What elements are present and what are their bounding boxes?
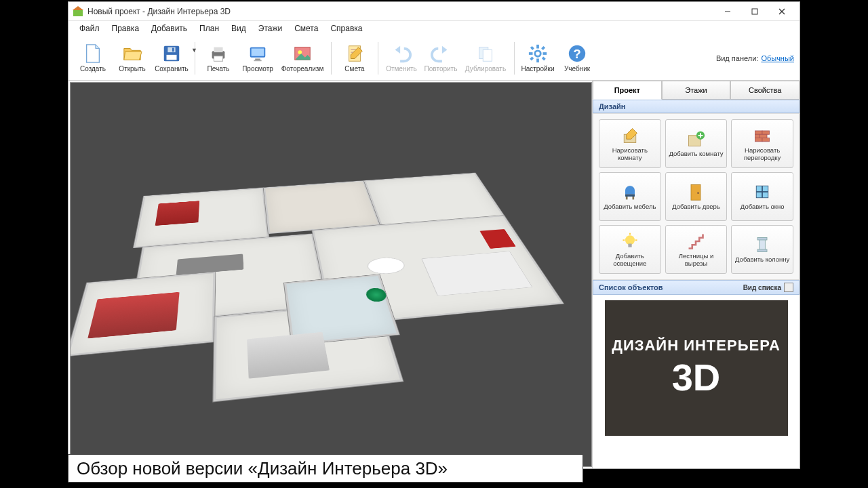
svg-rect-3 xyxy=(752,9,757,14)
redo-icon xyxy=(431,43,451,64)
svg-rect-48 xyxy=(632,197,634,199)
app-icon xyxy=(73,6,83,17)
panel-mode-label: Вид панели: xyxy=(716,54,758,62)
open-label: Открыть xyxy=(119,65,145,73)
svg-rect-61 xyxy=(757,249,767,252)
svg-rect-32 xyxy=(541,46,545,50)
svg-rect-26 xyxy=(536,45,539,49)
add-furniture-button[interactable]: Добавить мебель xyxy=(599,172,661,221)
stairs-label: Лестницы и вырезы xyxy=(667,253,726,268)
notepad-icon xyxy=(344,43,365,64)
svg-rect-27 xyxy=(536,59,539,63)
redo-button[interactable]: Повторить xyxy=(422,39,460,78)
menu-plan[interactable]: План xyxy=(194,22,224,35)
undo-label: Отменить xyxy=(386,65,417,73)
draw-wall-label: Нарисовать перегородку xyxy=(733,147,791,162)
svg-rect-30 xyxy=(530,46,534,50)
add-room-button[interactable]: Добавить комнату xyxy=(665,119,728,168)
printer-icon xyxy=(208,43,229,64)
tab-floors[interactable]: Этажи xyxy=(662,81,731,100)
svg-marker-1 xyxy=(73,6,83,10)
svg-rect-0 xyxy=(73,9,83,16)
separator xyxy=(514,42,515,75)
column-icon xyxy=(753,235,772,254)
undo-button[interactable]: Отменить xyxy=(382,39,420,78)
estimate-label: Смета xyxy=(344,65,364,73)
add-light-button[interactable]: Добавить освещение xyxy=(599,225,661,274)
save-button[interactable]: Сохранить ▼ xyxy=(153,39,191,78)
svg-rect-8 xyxy=(167,47,175,53)
folder-open-icon xyxy=(122,43,142,64)
stairs-icon xyxy=(686,232,705,251)
print-label: Печать xyxy=(208,65,230,73)
svg-rect-12 xyxy=(214,56,222,62)
menu-help[interactable]: Справка xyxy=(325,22,368,35)
menu-add[interactable]: Добавить xyxy=(146,22,193,35)
redo-label: Повторить xyxy=(425,65,458,73)
add-window-label: Добавить окно xyxy=(741,203,785,211)
menu-view[interactable]: Вид xyxy=(226,22,252,35)
draw-room-label: Нарисовать комнату xyxy=(601,147,659,162)
svg-rect-41 xyxy=(762,131,770,134)
add-door-label: Добавить дверь xyxy=(672,203,720,211)
tab-properties[interactable]: Свойства xyxy=(730,81,800,100)
image-icon xyxy=(292,43,313,64)
draw-room-button[interactable]: Нарисовать комнату xyxy=(599,119,661,168)
video-caption: Обзор новой версии «Дизайн Интерьера 3D» xyxy=(68,454,583,483)
estimate-button[interactable]: Смета xyxy=(336,39,374,78)
brick-wall-icon xyxy=(753,126,772,145)
menu-edit[interactable]: Правка xyxy=(106,22,145,35)
settings-label: Настройки xyxy=(521,65,554,73)
stairs-button[interactable]: Лестницы и вырезы xyxy=(665,225,728,274)
promo-logo: ДИЗАЙН ИНТЕРЬЕРА 3D xyxy=(605,300,788,436)
settings-button[interactable]: Настройки xyxy=(519,39,557,78)
svg-rect-16 xyxy=(254,60,261,61)
app-window: Новый проект - Дизайн Интерьера 3D Файл … xyxy=(68,1,800,469)
open-button[interactable]: Открыть xyxy=(113,39,151,78)
viewport-3d[interactable] xyxy=(70,82,592,467)
svg-rect-11 xyxy=(214,47,222,53)
svg-rect-40 xyxy=(755,131,763,134)
svg-point-34 xyxy=(536,52,540,56)
pencil-room-icon xyxy=(620,126,639,145)
menu-floors[interactable]: Этажи xyxy=(253,22,288,35)
svg-rect-31 xyxy=(542,56,546,60)
svg-point-54 xyxy=(625,235,635,245)
photoreal-button[interactable]: Фотореализм xyxy=(278,39,327,78)
menu-file[interactable]: Файл xyxy=(74,22,105,35)
print-button[interactable]: Печать xyxy=(199,39,237,78)
duplicate-button[interactable]: Дублировать xyxy=(461,39,510,78)
duplicate-label: Дублировать xyxy=(465,65,506,73)
panel-mode-link[interactable]: Обычный xyxy=(761,54,794,62)
svg-rect-7 xyxy=(167,55,177,60)
menu-estimate[interactable]: Смета xyxy=(289,22,323,35)
list-view-icon[interactable] xyxy=(784,283,793,292)
preview-label: Просмотр xyxy=(242,65,273,73)
svg-rect-46 xyxy=(625,195,635,197)
maximize-button[interactable] xyxy=(741,3,768,20)
add-door-button[interactable]: Добавить дверь xyxy=(665,172,728,221)
tutorial-label: Учебник xyxy=(564,65,590,73)
svg-rect-49 xyxy=(691,185,701,201)
close-button[interactable] xyxy=(768,3,795,20)
file-new-icon xyxy=(83,43,103,64)
duplicate-icon xyxy=(475,43,496,64)
svg-rect-33 xyxy=(530,56,534,60)
new-button[interactable]: Создать xyxy=(74,39,112,78)
tutorial-button[interactable]: ? Учебник xyxy=(558,39,596,78)
chevron-down-icon[interactable]: ▼ xyxy=(191,47,197,54)
help-icon: ? xyxy=(567,43,587,64)
logo-text-2: 3D xyxy=(612,355,781,399)
draw-wall-button[interactable]: Нарисовать перегородку xyxy=(731,119,793,168)
add-window-button[interactable]: Добавить окно xyxy=(731,172,793,221)
preview-button[interactable]: Просмотр xyxy=(239,39,277,78)
minimize-button[interactable] xyxy=(714,3,741,20)
objects-header-text: Список объектов xyxy=(599,283,663,291)
chair-icon xyxy=(620,182,639,201)
tab-project[interactable]: Проект xyxy=(593,81,662,100)
separator xyxy=(378,42,378,75)
design-palette: Нарисовать комнату Добавить комнату Нари… xyxy=(593,113,800,280)
svg-rect-59 xyxy=(760,239,766,251)
add-column-button[interactable]: Добавить колонну xyxy=(731,225,793,274)
undo-icon xyxy=(391,43,412,64)
